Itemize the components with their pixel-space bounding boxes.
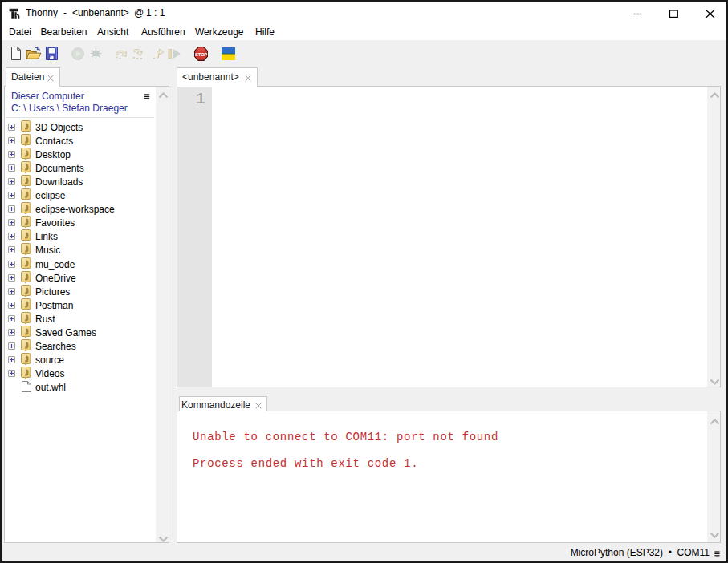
svg-text:STOP: STOP bbox=[195, 52, 207, 57]
